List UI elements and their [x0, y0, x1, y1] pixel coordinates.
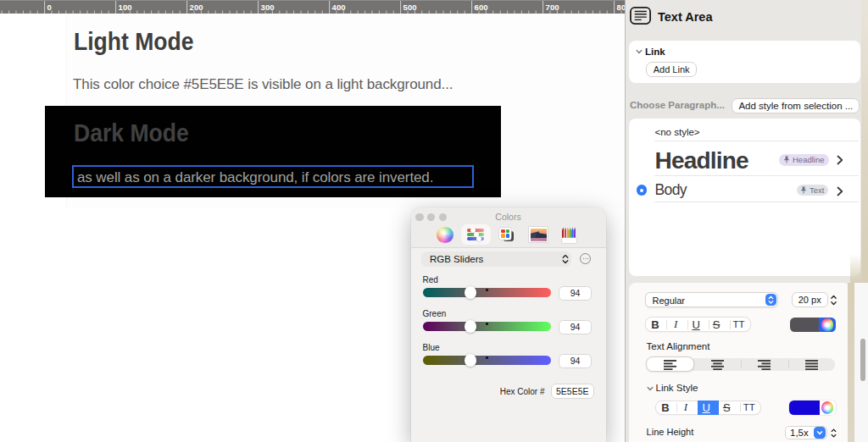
svg-text:300: 300	[261, 3, 275, 12]
svg-text:0: 0	[47, 3, 52, 12]
svg-text:700: 700	[546, 3, 559, 12]
svg-text:400: 400	[332, 3, 346, 12]
svg-text:800: 800	[617, 3, 625, 12]
svg-text:600: 600	[475, 3, 488, 12]
svg-text:500: 500	[403, 3, 417, 12]
svg-text:200: 200	[190, 3, 203, 12]
svg-text:100: 100	[119, 3, 132, 12]
